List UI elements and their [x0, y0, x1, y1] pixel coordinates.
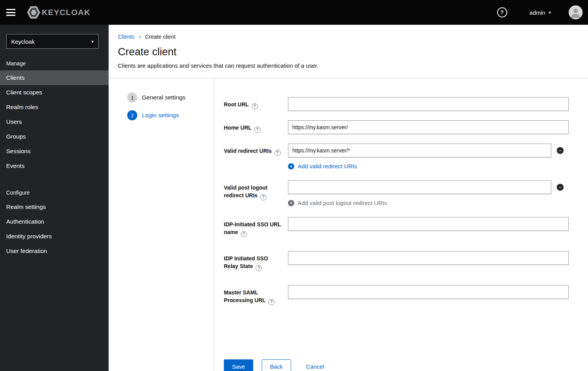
main-content: Clients › Create client Create client Cl… — [109, 25, 588, 371]
form-row-idp-sso-relay-state: IDP Initiated SSO Relay State? — [224, 251, 569, 271]
sidebar-item-groups[interactable]: Groups — [0, 129, 109, 144]
brand-text: KEYCLOAK — [42, 8, 90, 17]
breadcrumb-separator-icon: › — [139, 33, 141, 40]
add-post-logout-uri-button[interactable]: + Add valid post logout redirect URIs — [288, 200, 387, 206]
keycloak-logo: KEYCLOAK — [26, 5, 90, 20]
step-number-badge: 1 — [127, 92, 137, 103]
form-row-master-saml-url: Master SAML Processing URL? — [224, 285, 569, 305]
sidebar-item-users[interactable]: Users — [0, 115, 109, 129]
field-label-text: redirect URIs — [224, 192, 257, 198]
help-icon[interactable]: ? — [241, 231, 247, 237]
field-label-text: Processing URL — [224, 297, 266, 303]
save-button[interactable]: Save — [224, 359, 253, 371]
realm-selector-label: Keycloak — [11, 38, 35, 45]
topbar-right: ? admin ▾ — [497, 5, 583, 19]
user-menu-label: admin — [530, 9, 545, 16]
step-label: General settings — [142, 94, 186, 101]
sidebar-item-sessions[interactable]: Sessions — [0, 144, 109, 159]
form-row-idp-sso-url-name: IDP-Initiated SSO URL name? — [224, 217, 569, 237]
form-row-valid-post-logout: Valid post logout redirect URIs? − + Add… — [224, 180, 569, 206]
add-valid-redirect-uri-button[interactable]: + Add valid redirect URIs — [288, 163, 357, 169]
chevron-down-icon: ▾ — [91, 39, 94, 44]
field-label: Master SAML Processing URL? — [224, 285, 288, 305]
root-url-input[interactable] — [288, 97, 569, 111]
idp-sso-relay-state-input[interactable] — [288, 251, 569, 265]
hamburger-menu-icon[interactable] — [6, 9, 15, 16]
realm-selector[interactable]: Keycloak ▾ — [6, 34, 99, 49]
sidebar-item-identity-providers[interactable]: Identity providers — [0, 229, 109, 244]
form-actions: Save Back Cancel — [224, 359, 569, 371]
sidebar-item-user-federation[interactable]: User federation — [0, 244, 109, 258]
login-settings-form: Root URL? Home URL? Vali — [215, 79, 588, 371]
field-label-text: IDP Initiated SSO — [224, 255, 288, 262]
master-saml-url-input[interactable] — [288, 285, 569, 299]
sidebar-item-events[interactable]: Events — [0, 159, 109, 173]
form-row-root-url: Root URL? — [224, 97, 569, 111]
help-icon[interactable]: ? — [256, 265, 262, 271]
page-title: Create client — [118, 46, 579, 58]
avatar[interactable] — [569, 5, 583, 19]
add-link-label: Add valid post logout redirect URIs — [298, 200, 387, 206]
valid-redirect-uri-input[interactable] — [288, 144, 551, 157]
wizard-nav: 1 General settings 2 Login settings — [109, 79, 215, 371]
cancel-button[interactable]: Cancel — [306, 360, 324, 371]
back-button[interactable]: Back — [262, 359, 291, 371]
post-logout-redirect-uri-input[interactable] — [288, 180, 551, 194]
breadcrumb-current: Create client — [145, 34, 176, 40]
help-icon[interactable]: ? — [274, 150, 281, 156]
sidebar-item-clients[interactable]: Clients — [0, 70, 109, 85]
home-url-input[interactable] — [288, 120, 569, 134]
add-link-label: Add valid redirect URIs — [298, 163, 357, 169]
chevron-down-icon: ▾ — [549, 10, 551, 15]
breadcrumb: Clients › Create client — [118, 33, 579, 40]
page-subtitle: Clients are applications and services th… — [118, 62, 579, 69]
field-label-text: Valid post logout — [224, 184, 288, 191]
field-label: Root URL? — [224, 97, 288, 111]
field-label: IDP-Initiated SSO URL name? — [224, 217, 288, 237]
plus-circle-icon: + — [288, 163, 294, 169]
field-label-text: Master SAML — [224, 289, 288, 296]
sidebar: Keycloak ▾ Manage Clients Client scopes … — [0, 25, 109, 371]
user-menu[interactable]: admin ▾ — [530, 9, 551, 16]
field-label: Home URL? — [224, 120, 288, 134]
sidebar-item-realm-roles[interactable]: Realm roles — [0, 100, 109, 115]
step-label: Login settings — [142, 112, 179, 119]
field-label-text: Home URL — [224, 125, 252, 131]
user-avatar-icon — [569, 5, 583, 19]
help-icon[interactable]: ? — [252, 103, 258, 109]
sidebar-item-client-scopes[interactable]: Client scopes — [0, 85, 109, 100]
field-label-text: Root URL — [224, 101, 249, 108]
help-icon[interactable]: ? — [497, 7, 507, 17]
remove-post-logout-uri-icon[interactable]: − — [557, 184, 564, 191]
page-header: Clients › Create client Create client Cl… — [109, 25, 588, 79]
breadcrumb-clients-link[interactable]: Clients — [118, 34, 135, 40]
field-label: IDP Initiated SSO Relay State? — [224, 251, 288, 271]
form-row-valid-redirect-uris: Valid redirect URIs? − + Add valid redir… — [224, 144, 569, 169]
remove-redirect-uri-icon[interactable]: − — [557, 147, 564, 154]
plus-circle-icon: + — [288, 200, 294, 206]
top-bar: KEYCLOAK ? admin ▾ — [0, 0, 588, 25]
sidebar-item-realm-settings[interactable]: Realm settings — [0, 200, 109, 214]
step-number-badge: 2 — [127, 110, 137, 120]
field-label: Valid redirect URIs? — [224, 144, 288, 169]
form-row-home-url: Home URL? — [224, 120, 569, 134]
help-icon[interactable]: ? — [260, 194, 266, 200]
wizard-step-login-settings[interactable]: 2 Login settings — [127, 110, 179, 120]
field-label: Valid post logout redirect URIs? — [224, 180, 288, 206]
field-label-text: Valid redirect URIs — [224, 148, 272, 154]
help-icon[interactable]: ? — [254, 127, 261, 133]
field-label-text: Relay State — [224, 263, 253, 269]
field-label-text: IDP-Initiated SSO URL — [224, 221, 288, 228]
field-label-text: name — [224, 229, 238, 235]
help-icon[interactable]: ? — [268, 299, 274, 305]
keycloak-logo-icon — [26, 5, 41, 20]
nav-section-manage: Manage — [0, 49, 109, 70]
idp-sso-url-name-input[interactable] — [288, 217, 569, 231]
nav-section-configure: Configure — [0, 173, 109, 200]
wizard-step-general-settings[interactable]: 1 General settings — [127, 92, 186, 103]
sidebar-item-authentication[interactable]: Authentication — [0, 214, 109, 229]
